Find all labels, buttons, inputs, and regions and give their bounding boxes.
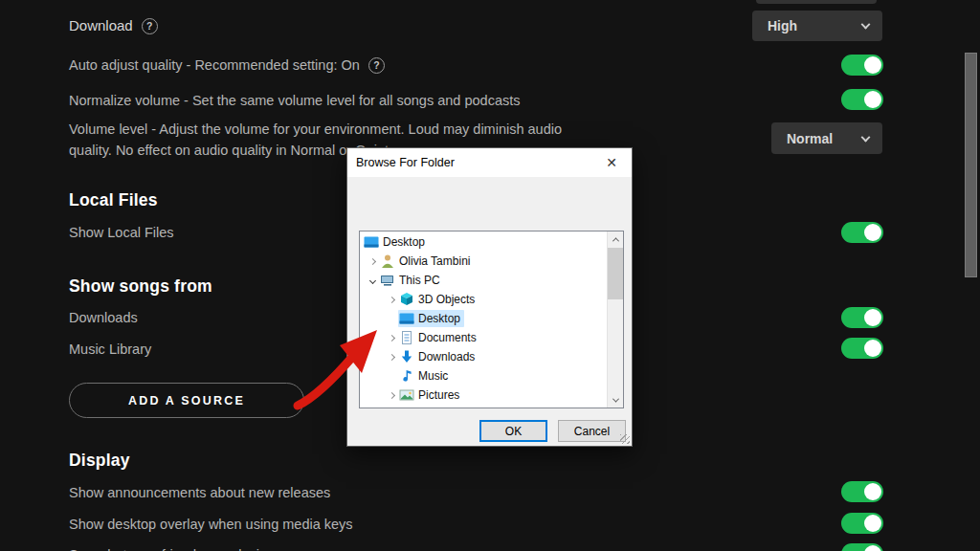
download-icon [399, 349, 414, 364]
volume-level-dropdown[interactable]: Normal [771, 122, 882, 154]
show-local-files-label: Show Local Files [69, 222, 174, 243]
picture-icon [399, 387, 414, 403]
download-label: Download [69, 15, 133, 36]
chevron-expanded-icon[interactable] [366, 278, 379, 283]
chevron-collapsed-icon[interactable] [385, 393, 398, 398]
auto-adjust-label: Auto adjust quality - Recommended settin… [69, 55, 360, 76]
folder-tree-box: DesktopOlivia TambiniThis PC3D ObjectsDe… [359, 231, 624, 408]
chevron-collapsed-icon[interactable] [385, 298, 398, 302]
dialog-title: Browse For Folder [356, 156, 455, 169]
friends-activity-toggle[interactable] [841, 543, 883, 551]
show-local-files-toggle[interactable] [841, 222, 883, 243]
download-quality-dropdown[interactable]: High [752, 11, 882, 41]
toggle-knob [864, 309, 881, 326]
question-circle-icon[interactable]: ? [368, 57, 385, 74]
tree-item-this-pc[interactable]: This PC [360, 271, 607, 290]
tree-item-desktop[interactable]: Desktop [360, 232, 607, 252]
cube-icon [399, 292, 414, 307]
overlay-label: Show desktop overlay when using media ke… [69, 514, 353, 535]
toggle-knob [864, 340, 881, 357]
tree-item-label: Pictures [418, 388, 459, 402]
show-songs-from-heading: Show songs from [69, 276, 212, 297]
tree-item-label: Music [418, 369, 448, 383]
tree-item-documents[interactable]: Documents [360, 328, 607, 347]
add-a-source-button[interactable]: ADD A SOURCE [69, 383, 304, 418]
tree-scrollbar-thumb[interactable] [608, 248, 623, 299]
tree-item-label: Olivia Tambini [399, 254, 470, 268]
tree-item-label: 3D Objects [418, 293, 475, 306]
folder-tree: DesktopOlivia TambiniThis PC3D ObjectsDe… [360, 232, 607, 405]
desktop-icon [364, 234, 379, 250]
music-note-icon [399, 368, 414, 384]
spotify-settings-screen: Download ? High Auto adjust quality - Re… [0, 0, 980, 551]
user-icon [380, 253, 395, 269]
display-heading: Display [69, 451, 130, 471]
toggle-knob [864, 545, 881, 551]
tree-item-downloads[interactable]: Downloads [360, 347, 607, 366]
tree-item-music[interactable]: Music [360, 366, 607, 386]
toggle-knob [864, 56, 881, 74]
tree-item-label: Downloads [418, 350, 475, 364]
quality-dropdown-partial[interactable] [756, 0, 877, 4]
downloads-source-toggle[interactable] [841, 307, 883, 328]
tree-item-desktop[interactable]: Desktop [360, 309, 607, 328]
ok-button[interactable]: OK [479, 420, 547, 442]
tree-item-pictures[interactable]: Pictures [360, 386, 607, 405]
computer-icon [380, 273, 395, 288]
chevron-collapsed-icon[interactable] [385, 355, 398, 360]
tree-item-label: This PC [399, 274, 440, 287]
browse-for-folder-dialog: Browse For Folder ✕ DesktopOlivia Tambin… [346, 147, 633, 447]
document-icon [399, 330, 414, 345]
scroll-up-icon[interactable] [608, 231, 623, 247]
download-quality-value: High [768, 18, 797, 33]
tree-item-label: Desktop [383, 235, 425, 249]
tree-item-olivia-tambini[interactable]: Olivia Tambini [360, 252, 607, 271]
chevron-collapsed-icon[interactable] [385, 336, 398, 341]
friends-activity-label: See what your friends are playing [69, 544, 275, 551]
tree-item-3d-objects[interactable]: 3D Objects [360, 290, 607, 309]
toggle-knob [864, 483, 881, 500]
announcements-label: Show announcements about new releases [69, 482, 330, 503]
desktop-icon [399, 311, 414, 326]
download-row: Download ? [69, 15, 158, 36]
page-scrollbar-thumb[interactable] [965, 53, 977, 277]
tree-item-label: Documents [418, 331, 477, 344]
music-library-toggle[interactable] [841, 338, 883, 359]
volume-level-value: Normal [787, 131, 833, 146]
toggle-knob [864, 91, 881, 108]
resize-grip[interactable] [620, 434, 630, 444]
toggle-knob [864, 515, 881, 532]
local-files-heading: Local Files [69, 190, 158, 210]
toggle-knob [864, 224, 881, 241]
announcements-toggle[interactable] [841, 481, 883, 502]
normalize-label: Normalize volume - Set the same volume l… [69, 90, 520, 111]
music-library-label: Music Library [69, 339, 151, 360]
scroll-down-icon[interactable] [608, 392, 623, 408]
chevron-collapsed-icon[interactable] [366, 259, 379, 264]
question-circle-icon[interactable]: ? [142, 18, 158, 34]
tree-scrollbar[interactable] [607, 231, 623, 408]
chevron-down-icon [861, 20, 871, 30]
tree-item-label: Desktop [418, 312, 460, 325]
cancel-button[interactable]: Cancel [558, 420, 626, 442]
auto-adjust-toggle[interactable] [841, 55, 883, 76]
dialog-titlebar[interactable]: Browse For Folder [347, 148, 632, 177]
downloads-source-label: Downloads [69, 307, 138, 328]
normalize-volume-toggle[interactable] [841, 89, 883, 110]
chevron-down-icon [861, 132, 871, 142]
auto-adjust-row: Auto adjust quality - Recommended settin… [69, 55, 385, 76]
close-icon[interactable]: ✕ [602, 154, 621, 171]
overlay-toggle[interactable] [841, 513, 883, 534]
